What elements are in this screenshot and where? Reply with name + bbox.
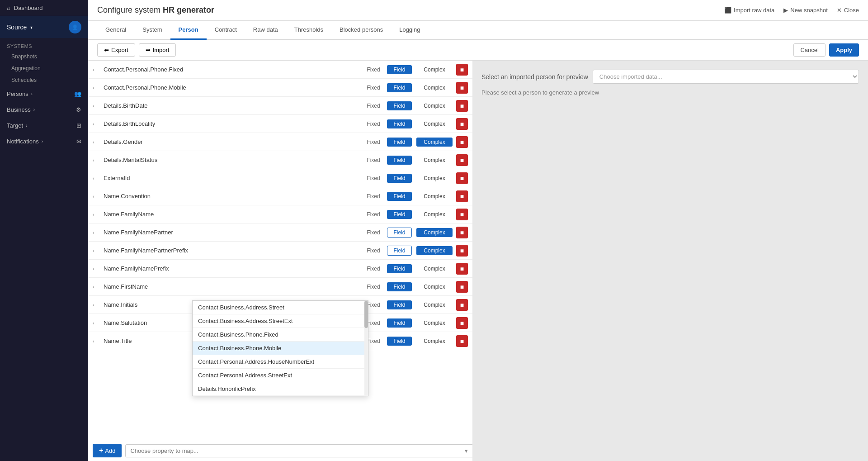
field-badge[interactable]: Field bbox=[387, 138, 412, 147]
person-icon: 👤 bbox=[72, 24, 78, 30]
field-badge[interactable]: Field bbox=[387, 192, 412, 201]
field-badge[interactable]: Field bbox=[387, 300, 412, 309]
property-input[interactable] bbox=[125, 444, 472, 457]
field-badge[interactable]: Field bbox=[387, 337, 412, 346]
sidebar-group-business[interactable]: Business › ⚙ bbox=[0, 102, 88, 118]
tab-blocked[interactable]: Blocked persons bbox=[331, 21, 391, 40]
row-complex[interactable]: Complex bbox=[416, 338, 453, 344]
row-chevron-icon: ‹ bbox=[93, 302, 102, 308]
tab-rawdata[interactable]: Raw data bbox=[245, 21, 286, 40]
new-snapshot-button[interactable]: ▶ New snapshot bbox=[783, 7, 827, 14]
field-badge[interactable]: Field bbox=[387, 119, 412, 128]
delete-button[interactable]: ■ bbox=[456, 118, 468, 130]
table-row: ‹ Name.FamilyNamePartnerPrefix Fixed Fie… bbox=[88, 242, 472, 260]
delete-button[interactable]: ■ bbox=[456, 263, 468, 275]
preview-select[interactable]: Choose imported data... bbox=[593, 70, 859, 84]
delete-button[interactable]: ■ bbox=[456, 335, 468, 347]
row-chevron-icon: ‹ bbox=[93, 139, 102, 145]
field-badge[interactable]: Field bbox=[387, 282, 412, 291]
delete-button[interactable]: ■ bbox=[456, 227, 468, 238]
delete-button[interactable]: ■ bbox=[456, 100, 468, 112]
row-name: Contact.Personal.Phone.Fixed bbox=[102, 66, 360, 73]
row-fixed: Fixed bbox=[360, 67, 387, 73]
row-complex[interactable]: Complex bbox=[416, 193, 453, 200]
content-area: ‹ Contact.Personal.Phone.Fixed Fixed Fie… bbox=[88, 61, 868, 461]
delete-button[interactable]: ■ bbox=[456, 281, 468, 293]
field-badge[interactable]: Field bbox=[387, 246, 412, 256]
import-raw-button[interactable]: ⬛ Import raw data bbox=[724, 7, 774, 14]
delete-button[interactable]: ■ bbox=[456, 245, 468, 257]
field-badge[interactable]: Field bbox=[387, 65, 412, 74]
row-complex[interactable]: Complex bbox=[416, 175, 453, 181]
field-badge[interactable]: Field bbox=[387, 174, 412, 183]
tab-general[interactable]: General bbox=[97, 21, 134, 40]
add-button[interactable]: + Add bbox=[93, 444, 122, 457]
tab-contract[interactable]: Contract bbox=[207, 21, 245, 40]
sidebar-group-notifications[interactable]: Notifications › ✉ bbox=[0, 133, 88, 149]
import-icon: ➡ bbox=[146, 47, 151, 53]
row-complex[interactable]: Complex bbox=[416, 266, 453, 272]
row-complex[interactable]: Complex bbox=[416, 228, 453, 237]
dropdown-item[interactable]: Contact.Business.Phone.Mobile bbox=[193, 342, 368, 355]
delete-button[interactable]: ■ bbox=[456, 190, 468, 202]
row-complex[interactable]: Complex bbox=[416, 157, 453, 163]
row-complex[interactable]: Complex bbox=[416, 246, 453, 255]
row-fixed: Fixed bbox=[360, 193, 387, 200]
sidebar-item-dashboard[interactable]: ⌂ Dashboard bbox=[0, 0, 88, 16]
field-badge[interactable]: Field bbox=[387, 83, 412, 92]
close-button[interactable]: ✕ Close bbox=[837, 7, 859, 14]
dropdown-item[interactable]: Contact.Business.Address.StreetExt bbox=[193, 314, 368, 328]
preview-header: Select an imported person for preview Ch… bbox=[481, 70, 859, 84]
preview-panel: Select an imported person for preview Ch… bbox=[472, 61, 868, 461]
row-complex[interactable]: Complex bbox=[416, 121, 453, 127]
delete-button[interactable]: ■ bbox=[456, 172, 468, 184]
row-complex[interactable]: Complex bbox=[416, 302, 453, 308]
delete-button[interactable]: ■ bbox=[456, 317, 468, 329]
row-fixed: Fixed bbox=[360, 85, 387, 91]
delete-button[interactable]: ■ bbox=[456, 209, 468, 220]
field-badge[interactable]: Field bbox=[387, 210, 412, 219]
sidebar-item-aggregation[interactable]: Aggregation bbox=[0, 62, 88, 74]
sidebar-source[interactable]: Source ▾ 👤 bbox=[0, 16, 88, 38]
field-badge[interactable]: Field bbox=[387, 264, 412, 273]
tab-thresholds[interactable]: Thresholds bbox=[286, 21, 331, 40]
delete-button[interactable]: ■ bbox=[456, 299, 468, 311]
systems-section-title: Systems bbox=[0, 38, 88, 51]
export-button[interactable]: ⬅ Export bbox=[97, 43, 135, 57]
cancel-button[interactable]: Cancel bbox=[793, 43, 825, 57]
field-badge[interactable]: Field bbox=[387, 101, 412, 110]
row-chevron-icon: ‹ bbox=[93, 176, 102, 181]
row-complex[interactable]: Complex bbox=[416, 85, 453, 91]
sidebar-item-schedules[interactable]: Schedules bbox=[0, 74, 88, 86]
sidebar-group-target[interactable]: Target › ⊞ bbox=[0, 118, 88, 133]
dropdown-item[interactable]: Contact.Business.Address.Street bbox=[193, 301, 368, 314]
row-chevron-icon: ‹ bbox=[93, 212, 102, 217]
delete-button[interactable]: ■ bbox=[456, 82, 468, 94]
field-badge[interactable]: Field bbox=[387, 156, 412, 165]
row-complex[interactable]: Complex bbox=[416, 138, 453, 147]
import-raw-icon: ⬛ bbox=[724, 7, 731, 14]
dropdown-item[interactable]: Contact.Business.Phone.Fixed bbox=[193, 328, 368, 342]
sidebar-item-snapshots[interactable]: Snapshots bbox=[0, 51, 88, 62]
row-complex[interactable]: Complex bbox=[416, 320, 453, 326]
dropdown-item[interactable]: Details.HonorificPrefix bbox=[193, 382, 368, 396]
row-complex[interactable]: Complex bbox=[416, 103, 453, 109]
apply-button[interactable]: Apply bbox=[829, 43, 859, 57]
delete-button[interactable]: ■ bbox=[456, 64, 468, 76]
row-complex[interactable]: Complex bbox=[416, 67, 453, 73]
row-complex[interactable]: Complex bbox=[416, 284, 453, 290]
field-badge[interactable]: Field bbox=[387, 228, 412, 238]
dropdown-item[interactable]: Contact.Personal.Address.HouseNumberExt bbox=[193, 355, 368, 369]
dropdown-item[interactable]: Contact.Personal.Address.StreetExt bbox=[193, 369, 368, 382]
tab-logging[interactable]: Logging bbox=[391, 21, 428, 40]
tab-person[interactable]: Person bbox=[170, 21, 207, 40]
row-chevron-icon: ‹ bbox=[93, 248, 102, 253]
field-badge[interactable]: Field bbox=[387, 318, 412, 328]
row-complex[interactable]: Complex bbox=[416, 211, 453, 218]
sidebar-group-persons[interactable]: Persons › 👥 bbox=[0, 86, 88, 102]
import-button[interactable]: ➡ Import bbox=[139, 43, 176, 57]
delete-button[interactable]: ■ bbox=[456, 136, 468, 148]
tab-system[interactable]: System bbox=[134, 21, 170, 40]
property-dropdown[interactable]: Contact.Business.Address.StreetContact.B… bbox=[192, 300, 368, 396]
delete-button[interactable]: ■ bbox=[456, 154, 468, 166]
